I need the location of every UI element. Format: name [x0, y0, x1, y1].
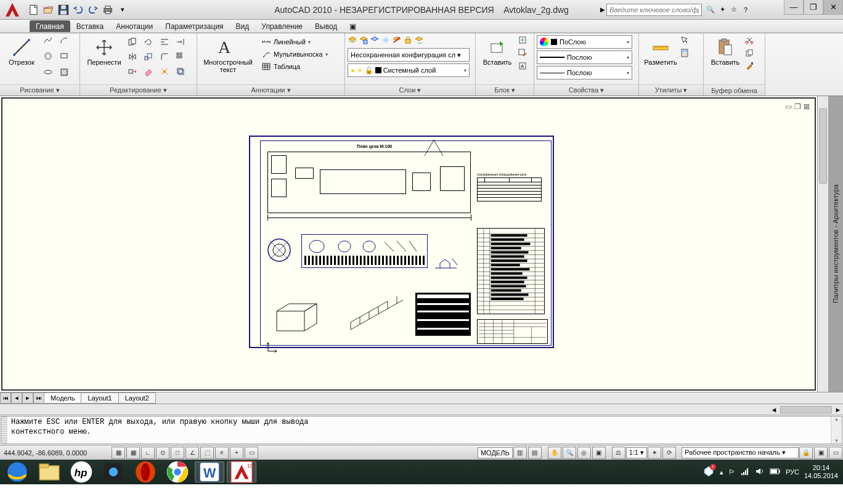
layer-off-icon[interactable] [392, 35, 402, 46]
tray-battery-icon[interactable] [770, 468, 781, 476]
tray-language[interactable]: РУС [786, 468, 799, 476]
scale-icon[interactable] [142, 50, 155, 63]
tab-layout1[interactable]: Layout1 [81, 392, 118, 404]
array-icon[interactable] [174, 50, 187, 63]
clean-screen-icon[interactable]: ▭ [829, 447, 842, 459]
otrack-toggle[interactable]: ∠ [185, 447, 199, 459]
taskbar-touch-icon[interactable] [99, 461, 128, 482]
hatch-icon[interactable] [59, 67, 74, 82]
mirror-icon[interactable] [126, 50, 139, 63]
tab-annotate[interactable]: Аннотации [110, 20, 159, 32]
color-combo[interactable]: ПоСлою▾ [537, 35, 632, 49]
workspace-combo[interactable]: Рабочее пространство началь ▾ [682, 447, 799, 458]
explode-icon[interactable] [158, 65, 171, 78]
zoom-icon[interactable]: 🔍 [563, 447, 576, 459]
mdi-restore-icon[interactable]: ❐ [794, 102, 801, 111]
grid-toggle[interactable]: ▦ [126, 447, 140, 459]
command-handle[interactable] [1, 417, 7, 444]
polyline-icon[interactable] [43, 35, 58, 50]
tray-network-icon[interactable] [740, 466, 750, 478]
polar-toggle[interactable]: ⊙ [156, 447, 169, 459]
help-icon[interactable]: ? [741, 5, 751, 15]
qat-save-icon[interactable] [57, 3, 70, 17]
showmotion-icon[interactable]: ▣ [592, 447, 606, 459]
layer-freeze-icon[interactable] [381, 35, 391, 46]
layout-nav-prev[interactable]: ◄ [11, 392, 22, 404]
horizontal-scrollbar[interactable]: ◄ ► [769, 404, 843, 415]
arc-icon[interactable] [59, 35, 74, 50]
tab-insert[interactable]: Вставка [70, 20, 110, 32]
anno-autoscale-icon[interactable]: ⟳ [662, 447, 676, 459]
copy-icon[interactable] [126, 35, 139, 49]
layer-props-icon[interactable] [348, 35, 357, 46]
model-paper-toggle[interactable]: МОДЕЛЬ [478, 447, 513, 458]
taskbar-explorer-icon[interactable] [35, 461, 64, 482]
linetype-combo[interactable]: Послою▾ [537, 66, 632, 79]
anno-scale-icon[interactable]: ⚖ [612, 447, 625, 459]
matchprop-icon[interactable] [744, 61, 754, 72]
layer-state-combo[interactable]: Несохраненная конфигурация сл ▾ [348, 48, 470, 62]
quickview-drawings-icon[interactable]: ▤ [528, 447, 542, 459]
qat-new-icon[interactable] [27, 3, 41, 17]
qat-redo-icon[interactable] [86, 3, 100, 17]
create-block-icon[interactable] [518, 35, 527, 46]
paste-button[interactable]: Вставить [706, 35, 744, 68]
mtext-button[interactable]: А Многострочный текст [200, 35, 256, 76]
taskbar-ie-icon[interactable] [2, 461, 32, 482]
tab-home[interactable]: Главная [30, 20, 70, 32]
lwt-toggle[interactable]: + [230, 447, 243, 459]
lineweight-combo[interactable]: Послою▾ [537, 51, 632, 64]
layer-match-icon[interactable] [414, 35, 424, 46]
panel-props-title[interactable]: Свойства ▾ [534, 84, 638, 96]
osnap-toggle[interactable]: □ [171, 447, 184, 459]
insert-block-button[interactable]: Вставить [478, 35, 516, 68]
tool-palettes-tab[interactable]: Палитры инструментов - Архитектура [828, 96, 843, 392]
drawing-canvas[interactable]: ▭ ❐ ⊠ План цеха М:100 [1, 97, 816, 391]
maximize-button[interactable]: ❐ [804, 0, 823, 15]
layout-nav-last[interactable]: ⏭ [33, 392, 44, 404]
app-logo[interactable] [0, 0, 25, 20]
table-button[interactable]: Таблица [259, 61, 330, 72]
tray-flag-icon[interactable]: 🏳 [728, 468, 735, 476]
quickview-layouts-icon[interactable]: ▥ [513, 447, 527, 459]
dim-linear-button[interactable]: Линейный ▾ [259, 36, 330, 47]
ortho-toggle[interactable]: ∟ [141, 447, 155, 459]
minimize-button[interactable]: — [784, 0, 804, 15]
tab-extra-icon[interactable]: ▣ [343, 20, 362, 32]
copy-clip-icon[interactable] [744, 48, 754, 59]
qat-print-icon[interactable] [101, 3, 115, 17]
mdi-close-icon[interactable]: ⊠ [804, 102, 810, 111]
layer-current-combo[interactable]: ●☀🔓Системный слой▾ [348, 63, 470, 77]
pan-icon[interactable]: ✋ [548, 447, 561, 459]
panel-annotation-title[interactable]: Аннотации ▾ [197, 84, 344, 96]
panel-modify-title[interactable]: Редактирование ▾ [80, 84, 197, 96]
toolbar-lock-icon[interactable]: 🔒 [799, 447, 813, 459]
tab-layout2[interactable]: Layout2 [118, 392, 156, 404]
ellipse-icon[interactable] [43, 67, 58, 82]
panel-clipboard-title[interactable]: Буфер обмена [704, 84, 765, 96]
mleader-button[interactable]: Мультивыноска ▾ [259, 49, 330, 60]
layer-states-icon[interactable] [359, 35, 369, 46]
edit-block-icon[interactable] [518, 48, 527, 59]
cut-icon[interactable] [744, 35, 754, 46]
rectangle-icon[interactable] [59, 51, 74, 66]
qat-undo-icon[interactable] [71, 3, 85, 17]
tab-view[interactable]: Вид [230, 20, 256, 32]
panel-block-title[interactable]: Блок ▾ [476, 84, 534, 96]
line-button[interactable]: Отрезок [2, 35, 41, 68]
rotate-icon[interactable] [142, 35, 155, 49]
mdi-minimize-icon[interactable]: ▭ [785, 102, 792, 111]
circle-icon[interactable] [43, 51, 58, 66]
anno-visibility-icon[interactable]: ✦ [648, 447, 661, 459]
command-line[interactable]: Нажмите ESC или ENTER для выхода, или пр… [1, 416, 842, 444]
tray-hidden-icon[interactable]: ▴ [720, 468, 723, 476]
search-input[interactable] [606, 4, 702, 16]
select-icon[interactable] [680, 35, 690, 46]
tab-parametric[interactable]: Параметризация [159, 20, 229, 32]
dyn-toggle[interactable]: ≡ [215, 447, 229, 459]
move-button[interactable]: Перенести [83, 35, 126, 68]
panel-layers-title[interactable]: Слои ▾ [345, 84, 475, 96]
vertical-scrollbar[interactable] [817, 96, 828, 392]
extend-icon[interactable] [174, 35, 187, 49]
hardware-accel-icon[interactable]: ▣ [814, 447, 828, 459]
